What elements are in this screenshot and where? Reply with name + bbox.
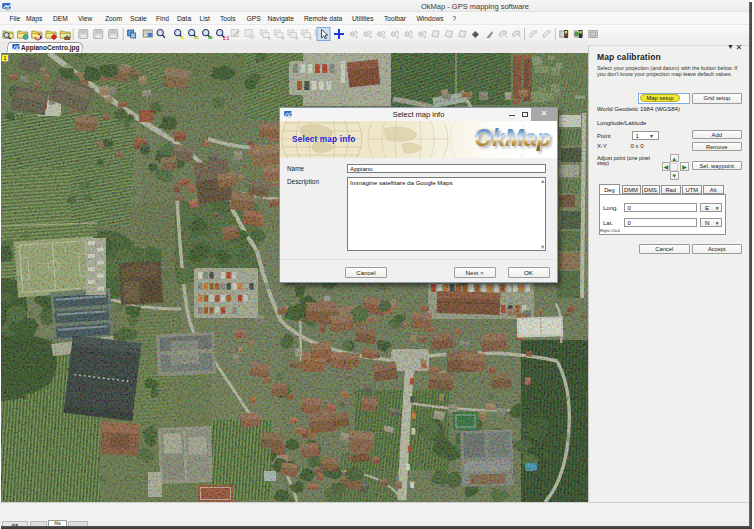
svg-text:1:1: 1:1 bbox=[223, 36, 230, 41]
